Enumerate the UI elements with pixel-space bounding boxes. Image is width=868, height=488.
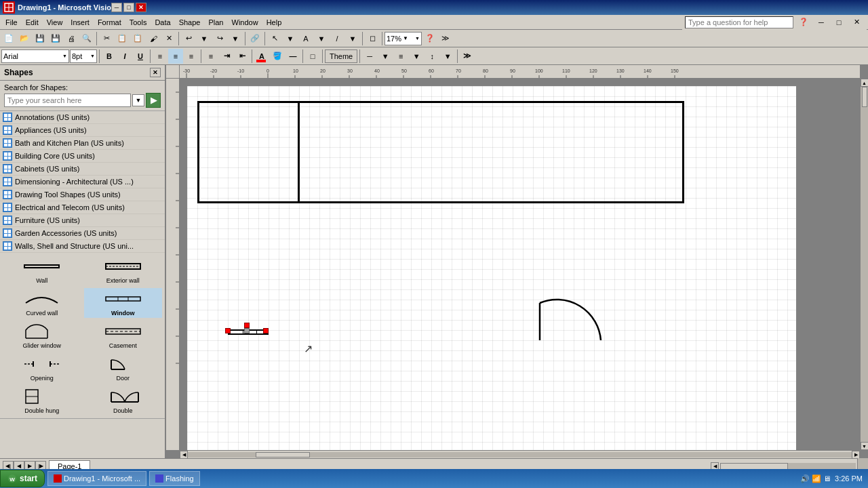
- search-input[interactable]: [4, 94, 131, 107]
- help-close[interactable]: ✕: [849, 15, 864, 30]
- shape-tile-window[interactable]: Window: [84, 288, 163, 318]
- shadow-btn[interactable]: □: [305, 49, 320, 64]
- more-btn[interactable]: ≫: [438, 31, 453, 46]
- help-input[interactable]: [685, 16, 793, 28]
- menu-view[interactable]: View: [43, 17, 67, 28]
- pointer-arrow[interactable]: ▼: [283, 31, 298, 46]
- shape-tile-double-hung[interactable]: Double hung: [3, 386, 81, 415]
- taskbar-flashing[interactable]: Flashing: [149, 471, 200, 486]
- category-appliances[interactable]: Appliances (US units): [0, 124, 165, 137]
- help-icon-btn[interactable]: ❓: [422, 31, 437, 46]
- zoom-dropdown[interactable]: 17% ▼: [384, 32, 422, 45]
- list-btn[interactable]: ≡: [203, 49, 218, 64]
- menu-tools[interactable]: Tools: [125, 17, 151, 28]
- open-btn[interactable]: 📂: [17, 31, 32, 46]
- cut-btn[interactable]: ✂: [99, 31, 114, 46]
- selection-handle-top[interactable]: [244, 323, 250, 328]
- category-walls[interactable]: Walls, Shell and Structure (US uni...: [0, 240, 165, 253]
- redo-arrow[interactable]: ▼: [228, 31, 243, 46]
- align-left-btn[interactable]: ≡: [153, 49, 167, 64]
- category-garden[interactable]: Garden Accessories (US units): [0, 227, 165, 240]
- line-weight-btn[interactable]: ≡: [393, 49, 408, 64]
- hscroll-left[interactable]: ◀: [180, 451, 188, 459]
- drawing-canvas[interactable]: ↗: [186, 85, 797, 450]
- line-style-btn[interactable]: ─: [362, 49, 377, 64]
- align-right-btn[interactable]: ≡: [184, 49, 199, 64]
- font-color-btn[interactable]: A: [254, 49, 269, 64]
- help-btn[interactable]: ❓: [796, 15, 811, 30]
- help-minimize[interactable]: ─: [814, 15, 829, 30]
- text-btn[interactable]: A: [298, 31, 313, 46]
- hscroll-thumb[interactable]: [256, 452, 310, 458]
- maximize-button[interactable]: □: [123, 3, 134, 12]
- search-btn[interactable]: ▶: [146, 93, 161, 108]
- pointer-btn[interactable]: ↖: [267, 31, 282, 46]
- vscroll-thumb[interactable]: [862, 87, 867, 107]
- category-dimensioning[interactable]: Dimensioning - Architectural (US ...): [0, 176, 165, 188]
- save-as-btn[interactable]: 💾: [48, 31, 63, 46]
- door-arc-shape[interactable]: [519, 279, 608, 347]
- menu-file[interactable]: File: [1, 17, 22, 28]
- line-color-btn[interactable]: —: [285, 49, 300, 64]
- menu-plan[interactable]: Plan: [204, 17, 227, 28]
- text-arrow[interactable]: ▼: [314, 31, 329, 46]
- shape-tile-casement[interactable]: Casement: [84, 321, 163, 350]
- menu-shape[interactable]: Shape: [175, 17, 205, 28]
- category-annotations[interactable]: Annotations (US units): [0, 111, 165, 124]
- line-weight-arrow[interactable]: ▼: [409, 49, 424, 64]
- italic-btn[interactable]: I: [117, 49, 132, 64]
- minimize-button[interactable]: ─: [111, 3, 122, 12]
- vscroll-down[interactable]: ▼: [861, 442, 869, 450]
- category-building[interactable]: Building Core (US units): [0, 150, 165, 163]
- fill-color-btn[interactable]: 🪣: [270, 49, 285, 64]
- new-btn[interactable]: 📄: [1, 31, 16, 46]
- menu-insert[interactable]: Insert: [66, 17, 94, 28]
- size-select[interactable]: 8pt: [70, 49, 97, 63]
- shape-tile-wall[interactable]: Wall: [3, 256, 81, 285]
- help-restore[interactable]: □: [831, 15, 846, 30]
- shape-tile-glider-window[interactable]: Glider window: [3, 321, 81, 350]
- outdent-btn[interactable]: ⇤: [235, 49, 250, 64]
- align-center-btn[interactable]: ≡: [168, 49, 183, 64]
- start-button[interactable]: W start: [0, 470, 45, 487]
- line-btn[interactable]: /: [330, 31, 344, 46]
- selection-handle-center[interactable]: [244, 328, 250, 333]
- shape-tile-opening[interactable]: Opening: [3, 353, 81, 383]
- category-furniture[interactable]: Furniture (US units): [0, 214, 165, 227]
- shape-tile-curved-wall[interactable]: Curved wall: [3, 288, 81, 318]
- more-format-btn[interactable]: ≫: [460, 49, 475, 64]
- shape-tile-exterior-wall[interactable]: Exterior wall: [84, 256, 163, 285]
- hscroll-right[interactable]: ▶: [852, 451, 860, 459]
- undo-btn[interactable]: ↩: [181, 31, 196, 46]
- arrow-style-btn[interactable]: ↕: [425, 49, 439, 64]
- save-btn[interactable]: 💾: [33, 31, 47, 46]
- underline-btn[interactable]: U: [133, 49, 148, 64]
- line-arrow[interactable]: ▼: [345, 31, 360, 46]
- print-preview-btn[interactable]: 🔍: [79, 31, 94, 46]
- category-cabinets[interactable]: Cabinets (US units): [0, 163, 165, 176]
- shapes-close-btn[interactable]: ✕: [150, 68, 161, 77]
- undo-arrow[interactable]: ▼: [197, 31, 212, 46]
- page-hscroll-thumb[interactable]: [720, 463, 788, 470]
- theme-button[interactable]: Theme: [325, 49, 357, 63]
- shape-tile-door[interactable]: Door: [84, 353, 163, 383]
- menu-format[interactable]: Format: [94, 17, 125, 28]
- line-style-arrow[interactable]: ▼: [378, 49, 393, 64]
- menu-window[interactable]: Window: [228, 17, 262, 28]
- redo-btn[interactable]: ↪: [212, 31, 227, 46]
- delete-btn[interactable]: ✕: [161, 31, 176, 46]
- format-painter-btn[interactable]: 🖌: [146, 31, 161, 46]
- close-button[interactable]: ✕: [136, 3, 146, 12]
- search-dropdown-btn[interactable]: ▼: [132, 94, 144, 106]
- category-bath[interactable]: Bath and Kitchen Plan (US units): [0, 137, 165, 150]
- menu-data[interactable]: Data: [151, 17, 174, 28]
- arrow-style-arrow[interactable]: ▼: [440, 49, 455, 64]
- vscroll-up[interactable]: ▲: [861, 79, 869, 87]
- indent-btn[interactable]: ⇥: [219, 49, 234, 64]
- category-drawing[interactable]: Drawing Tool Shapes (US units): [0, 188, 165, 201]
- shape-tile-double[interactable]: Double: [84, 386, 163, 415]
- paste-btn[interactable]: 📋: [130, 31, 145, 46]
- taskbar-visio[interactable]: Drawing1 - Microsoft ...: [47, 471, 146, 486]
- category-electrical[interactable]: Electrical and Telecom (US units): [0, 201, 165, 214]
- menu-edit[interactable]: Edit: [22, 17, 43, 28]
